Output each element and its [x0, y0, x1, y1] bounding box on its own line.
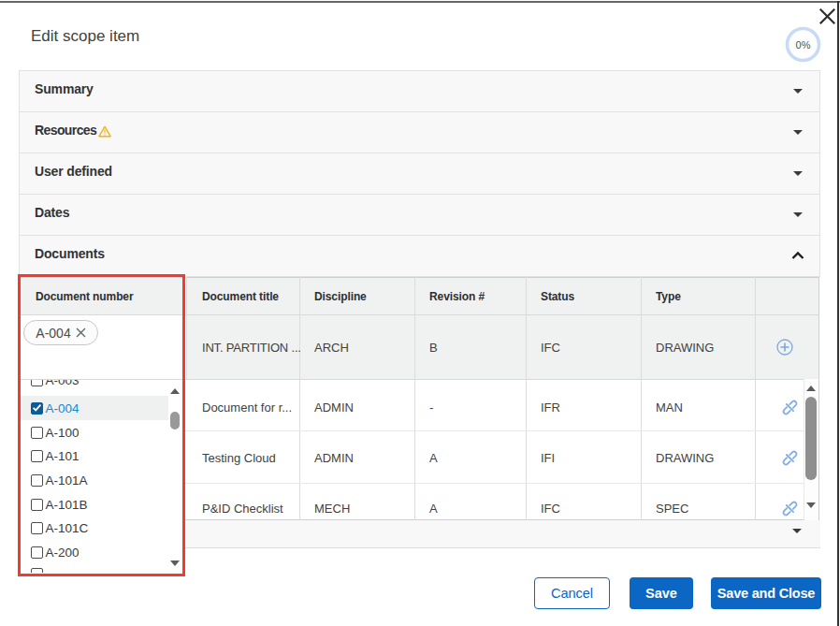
svg-text:0%: 0%: [796, 39, 811, 51]
